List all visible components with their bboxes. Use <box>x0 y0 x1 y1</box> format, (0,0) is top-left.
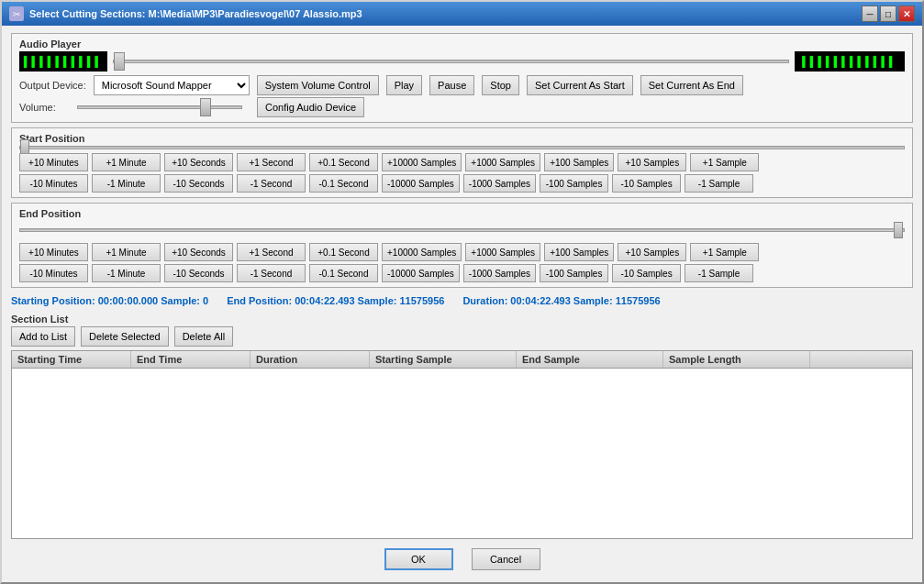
end-minus10min[interactable]: -10 Minutes <box>19 264 88 282</box>
end-position-section: End Position +10 Minutes +1 Minute +10 S… <box>11 203 913 288</box>
volume-row: Volume: Config Audio Device <box>19 97 905 117</box>
play-button[interactable]: Play <box>386 75 422 95</box>
end-plus1min[interactable]: +1 Minute <box>92 243 161 261</box>
end-minus1sec[interactable]: -1 Second <box>237 264 306 282</box>
end-minus10sec[interactable]: -10 Seconds <box>164 264 233 282</box>
start-position-slider[interactable] <box>19 146 905 149</box>
section-list-area: Section List Add to List Delete Selected… <box>11 314 913 539</box>
col-sample-length: Sample Length <box>663 351 810 368</box>
device-row: Output Device: Microsoft Sound Mapper Sy… <box>19 75 905 95</box>
start-pos-row1: +10 Minutes +1 Minute +10 Seconds +1 Sec… <box>19 153 905 171</box>
lcd-right: ▌▌▌▌▌▌▌▌▌▌▌▌ <box>795 51 905 72</box>
playback-slider[interactable] <box>113 60 789 63</box>
start-plus1min[interactable]: +1 Minute <box>92 153 161 171</box>
end-plus1000samp[interactable]: +1000 Samples <box>465 243 540 261</box>
title-bar-left: ✂ Select Cutting Sections: M:\Media\MP3\… <box>9 6 362 21</box>
end-plus10min[interactable]: +10 Minutes <box>19 243 88 261</box>
list-buttons-row: Add to List Delete Selected Delete All <box>11 326 913 347</box>
audio-player-section: Audio Player ▌▌▌▌▌▌▌▌▌▌ ▌▌▌▌▌▌▌▌▌▌▌▌ Out… <box>11 33 913 123</box>
start-minus1min[interactable]: -1 Minute <box>92 174 161 193</box>
info-row: Starting Position: 00:00:00.000 Sample: … <box>11 292 913 309</box>
start-plus01sec[interactable]: +0.1 Second <box>309 153 378 171</box>
end-pos-row2: -10 Minutes -1 Minute -10 Seconds -1 Sec… <box>19 264 905 282</box>
start-minus10min[interactable]: -10 Minutes <box>19 174 88 193</box>
end-plus1sec[interactable]: +1 Second <box>237 243 306 261</box>
end-position-info: End Position: 00:04:22.493 Sample: 11575… <box>227 295 444 306</box>
start-minus01sec[interactable]: -0.1 Second <box>309 174 378 193</box>
col-starting-time: Starting Time <box>12 351 131 368</box>
title-bar: ✂ Select Cutting Sections: M:\Media\MP3\… <box>2 2 922 26</box>
volume-label: Volume: <box>19 102 70 113</box>
col-end-sample: End Sample <box>517 351 663 368</box>
start-plus10sec[interactable]: +10 Seconds <box>164 153 233 171</box>
start-minus10samp[interactable]: -10 Samples <box>612 174 681 193</box>
start-minus1000samp[interactable]: -1000 Samples <box>463 174 536 193</box>
close-button[interactable]: ✕ <box>898 6 915 22</box>
table-header: Starting Time End Time Duration Starting… <box>12 351 912 369</box>
end-minus1000samp[interactable]: -1000 Samples <box>463 264 536 282</box>
output-device-label: Output Device: <box>19 80 86 91</box>
set-current-as-start-button[interactable]: Set Current As Start <box>527 75 633 95</box>
starting-position-info: Starting Position: 00:00:00.000 Sample: … <box>11 295 208 306</box>
end-plus10samp[interactable]: +10 Samples <box>618 243 686 261</box>
end-minus10000samp[interactable]: -10000 Samples <box>382 264 460 282</box>
stop-button[interactable]: Stop <box>482 75 519 95</box>
col-starting-sample: Starting Sample <box>370 351 517 368</box>
end-plus100samp[interactable]: +100 Samples <box>544 243 614 261</box>
title-buttons: ─ □ ✕ <box>862 6 915 22</box>
end-minus10samp[interactable]: -10 Samples <box>612 264 681 282</box>
start-slider-row <box>19 146 905 149</box>
set-current-as-end-button[interactable]: Set Current As End <box>640 75 743 95</box>
end-slider-row <box>19 221 905 239</box>
config-audio-button[interactable]: Config Audio Device <box>257 97 364 117</box>
start-plus1samp[interactable]: +1 Sample <box>690 153 759 171</box>
start-minus1samp[interactable]: -1 Sample <box>685 174 753 193</box>
end-plus01sec[interactable]: +0.1 Second <box>309 243 378 261</box>
delete-selected-button[interactable]: Delete Selected <box>81 326 169 347</box>
lcd-left: ▌▌▌▌▌▌▌▌▌▌ <box>19 51 107 72</box>
start-position-section: Start Position +10 Minutes +1 Minute +10… <box>11 127 913 198</box>
system-volume-button[interactable]: System Volume Control <box>257 75 379 95</box>
ok-button[interactable]: OK <box>384 548 453 570</box>
end-minus100samp[interactable]: -100 Samples <box>540 264 608 282</box>
start-minus10000samp[interactable]: -10000 Samples <box>382 174 460 193</box>
output-device-select[interactable]: Microsoft Sound Mapper <box>94 75 250 95</box>
end-plus10sec[interactable]: +10 Seconds <box>164 243 233 261</box>
end-minus1samp[interactable]: -1 Sample <box>685 264 753 282</box>
col-duration: Duration <box>250 351 370 368</box>
end-plus10000samp[interactable]: +10000 Samples <box>382 243 462 261</box>
audio-player-label: Audio Player <box>19 39 905 50</box>
start-minus1sec[interactable]: -1 Second <box>237 174 306 193</box>
end-plus1samp[interactable]: +1 Sample <box>690 243 759 261</box>
start-plus10samp[interactable]: +10 Samples <box>618 153 686 171</box>
playback-slider-container <box>113 60 789 63</box>
minimize-button[interactable]: ─ <box>862 6 878 22</box>
maximize-button[interactable]: □ <box>880 6 896 22</box>
volume-slider[interactable] <box>77 105 242 109</box>
main-window: ✂ Select Cutting Sections: M:\Media\MP3\… <box>0 0 924 584</box>
audio-player-row: ▌▌▌▌▌▌▌▌▌▌ ▌▌▌▌▌▌▌▌▌▌▌▌ <box>19 51 905 72</box>
start-plus100samp[interactable]: +100 Samples <box>544 153 614 171</box>
window-title: Select Cutting Sections: M:\Media\MP3\Pa… <box>29 8 362 19</box>
col-end-time: End Time <box>131 351 250 368</box>
start-plus1000samp[interactable]: +1000 Samples <box>465 153 540 171</box>
end-minus1min[interactable]: -1 Minute <box>92 264 161 282</box>
start-plus10min[interactable]: +10 Minutes <box>19 153 88 171</box>
start-plus10000samp[interactable]: +10000 Samples <box>382 153 462 171</box>
bottom-buttons: OK Cancel <box>11 544 913 575</box>
end-pos-row1: +10 Minutes +1 Minute +10 Seconds +1 Sec… <box>19 243 905 261</box>
section-list-label: Section List <box>11 314 913 325</box>
end-minus01sec[interactable]: -0.1 Second <box>309 264 378 282</box>
app-icon: ✂ <box>9 6 24 21</box>
start-plus1sec[interactable]: +1 Second <box>237 153 306 171</box>
start-minus100samp[interactable]: -100 Samples <box>540 174 608 193</box>
start-minus10sec[interactable]: -10 Seconds <box>164 174 233 193</box>
duration-info: Duration: 00:04:22.493 Sample: 11575956 <box>462 295 660 306</box>
content-area: Audio Player ▌▌▌▌▌▌▌▌▌▌ ▌▌▌▌▌▌▌▌▌▌▌▌ Out… <box>2 26 922 582</box>
section-table: Starting Time End Time Duration Starting… <box>11 350 913 539</box>
start-pos-row2: -10 Minutes -1 Minute -10 Seconds -1 Sec… <box>19 174 905 193</box>
pause-button[interactable]: Pause <box>429 75 474 95</box>
delete-all-button[interactable]: Delete All <box>174 326 233 347</box>
add-to-list-button[interactable]: Add to List <box>11 326 75 347</box>
cancel-button[interactable]: Cancel <box>472 548 540 570</box>
